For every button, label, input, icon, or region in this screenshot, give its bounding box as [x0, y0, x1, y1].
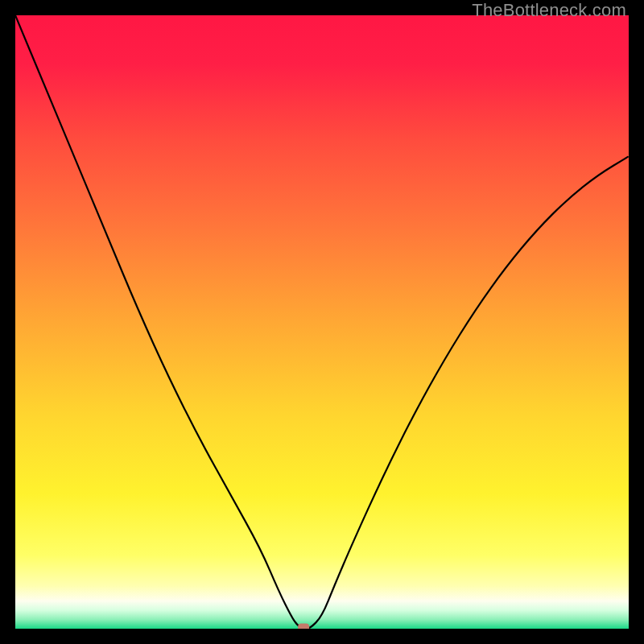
bottleneck-chart — [15, 15, 629, 629]
chart-frame — [15, 15, 629, 629]
current-point-marker — [298, 623, 309, 629]
chart-background — [15, 15, 629, 629]
watermark-text: TheBottleneck.com — [472, 0, 626, 21]
